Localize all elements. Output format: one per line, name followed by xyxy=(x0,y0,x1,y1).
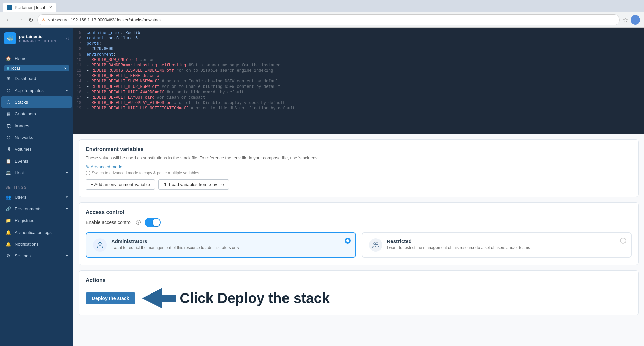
settings-icon: ⚙ xyxy=(5,253,11,259)
restricted-card-desc: I want to restrict the management of thi… xyxy=(387,245,530,250)
notifications-icon: 🔔 xyxy=(5,241,11,247)
host-chevron: ▾ xyxy=(66,171,68,175)
switch-hint: i Switch to advanced mode to copy & past… xyxy=(86,171,632,175)
environments-chevron: ▾ xyxy=(66,207,68,211)
sidebar-item-volumes[interactable]: 🗄 Volumes xyxy=(1,143,72,155)
actions-title: Actions xyxy=(86,277,632,283)
refresh-btn[interactable]: ↻ xyxy=(27,15,35,25)
sidebar-collapse-btn[interactable]: ‹‹ xyxy=(66,35,69,41)
sidebar-item-dashboard-label: Dashboard xyxy=(15,76,36,81)
tab-close-btn[interactable]: ✕ xyxy=(49,5,52,10)
code-line-7: 7 ports: xyxy=(73,41,644,46)
browser-chrome: Portainer | local ✕ ← → ↻ ⚠ Not secure 1… xyxy=(0,0,644,28)
upload-icon: ⬆ xyxy=(163,182,167,187)
sidebar-item-host[interactable]: 💻 Host ▾ xyxy=(1,167,72,178)
env-actions-row: + Add an environment variable ⬆ Load var… xyxy=(86,179,632,190)
code-line-8: 8 - 2929:8000 xyxy=(73,46,644,52)
restricted-card[interactable]: Restricted I want to restrict the manage… xyxy=(362,232,632,258)
app-templates-icon: ⬡ xyxy=(5,87,11,93)
code-line-19: 19 - REDLIB_DEFAULT_HIDE_HLS_NOTIFICATIO… xyxy=(73,106,644,111)
sidebar-item-app-templates-label: App Templates xyxy=(15,88,44,93)
advanced-mode-label: Advanced mode xyxy=(91,164,122,169)
admin-card-desc: I want to restrict the management of thi… xyxy=(111,245,239,250)
sidebar-item-stacks[interactable]: ⬡ Stacks xyxy=(1,96,72,108)
content-inner: 5 container_name: Redlib 6 restart: on-f… xyxy=(73,28,644,315)
annotation-text: Click Deploy the stack xyxy=(180,290,330,306)
sidebar-item-volumes-label: Volumes xyxy=(15,147,32,152)
admin-card-radio[interactable] xyxy=(345,238,351,244)
env-close-btn[interactable]: ✕ xyxy=(64,67,67,70)
advanced-mode-link[interactable]: ✎ Advanced mode xyxy=(86,164,632,169)
toggle-knob xyxy=(153,219,160,226)
sidebar-item-users[interactable]: 👥 Users ▾ xyxy=(1,191,72,203)
sidebar-item-images-label: Images xyxy=(15,123,29,128)
sidebar-item-images[interactable]: 🖼 Images xyxy=(1,120,72,131)
code-line-17: 17 - REDLIB_DEFAULT_LAYOUT=card #or clea… xyxy=(73,95,644,100)
registries-icon: 📁 xyxy=(5,217,11,223)
code-line-15: 15 - REDLIB_DEFAULT_BLUR_NSFW=off #or on… xyxy=(73,84,644,90)
code-line-10: 10 - REDLIB_SFW_ONLY=off #or on xyxy=(73,57,644,63)
toggle-info-icon: ? xyxy=(136,220,141,225)
sidebar-item-settings-label: Settings xyxy=(15,253,31,258)
active-tab[interactable]: Portainer | local ✕ xyxy=(3,3,56,12)
env-name-label: local xyxy=(11,66,20,71)
security-icon: ⚠ xyxy=(42,18,45,22)
sidebar-item-events[interactable]: 📋 Events xyxy=(1,155,72,167)
code-line-16: 16 - REDLIB_DEFAULT_HIDE_AWARDS=off #or … xyxy=(73,90,644,95)
env-section-desc: These values will be used as substitutio… xyxy=(86,155,632,160)
access-control-section: Access control Enable access control ? xyxy=(79,202,639,265)
users-icon: 👥 xyxy=(5,194,11,200)
images-icon: 🖼 xyxy=(5,123,11,129)
sidebar-item-environments-label: Environments xyxy=(15,206,41,211)
env-variables-section: Environment variables These values will … xyxy=(79,139,639,197)
sidebar-item-dashboard[interactable]: ⊞ Dashboard xyxy=(1,73,72,84)
content-scroll[interactable]: 5 container_name: Redlib 6 restart: on-f… xyxy=(73,28,644,346)
env-badge[interactable]: local ✕ xyxy=(4,65,69,71)
address-bar[interactable]: ⚠ Not secure 192.168.1.18:9000/#/2/docke… xyxy=(37,14,620,25)
app-layout: 🐳 portainer.io COMMUNITY EDITION ‹‹ 🏠 Ho… xyxy=(0,28,644,346)
admin-card-icon xyxy=(93,238,107,252)
restricted-card-radio[interactable] xyxy=(620,238,626,244)
load-env-file-label: Load variables from .env file xyxy=(169,182,224,187)
sidebar-item-users-label: Users xyxy=(15,195,26,200)
favicon xyxy=(7,5,12,10)
sidebar-item-app-templates[interactable]: ⬡ App Templates ▾ xyxy=(1,84,72,96)
deploy-area: Deploy the stack Click Deploy the stack xyxy=(86,288,632,308)
sidebar-item-registries[interactable]: 📁 Registries xyxy=(1,215,72,226)
svg-point-0 xyxy=(99,242,101,245)
svg-point-2 xyxy=(374,243,376,245)
code-line-6: 6 restart: on-failure:5 xyxy=(73,36,644,41)
left-arrow xyxy=(142,288,176,308)
toggle-label: Enable access control xyxy=(86,220,132,225)
sidebar-item-notifications-label: Notifications xyxy=(15,242,39,247)
administrators-card[interactable]: Administrators I want to restrict the ma… xyxy=(86,232,356,258)
sidebar-item-networks[interactable]: ⬡ Networks xyxy=(1,132,72,143)
sidebar-item-notifications[interactable]: 🔔 Notifications xyxy=(1,238,72,250)
host-icon: 💻 xyxy=(5,170,11,176)
back-btn[interactable]: ← xyxy=(4,15,13,25)
sidebar-item-settings[interactable]: ⚙ Settings ▾ xyxy=(1,250,72,262)
bookmark-btn[interactable]: ☆ xyxy=(622,16,628,24)
load-env-file-btn[interactable]: ⬆ Load variables from .env file xyxy=(158,179,229,190)
add-env-var-btn[interactable]: + Add an environment variable xyxy=(86,179,155,190)
actions-section: Actions Deploy the stack C xyxy=(79,270,639,315)
app-templates-chevron: ▾ xyxy=(66,88,68,93)
env-status-dot xyxy=(7,67,9,70)
sidebar-item-home[interactable]: 🏠 Home xyxy=(1,53,72,64)
access-cards: Administrators I want to restrict the ma… xyxy=(86,232,632,258)
profile-btn[interactable] xyxy=(631,15,640,25)
forward-btn[interactable]: → xyxy=(15,15,24,25)
code-editor[interactable]: 5 container_name: Redlib 6 restart: on-f… xyxy=(73,28,644,134)
sidebar-item-stacks-label: Stacks xyxy=(15,100,28,105)
sidebar-logo-text: portainer.io COMMUNITY EDITION xyxy=(19,34,56,43)
sidebar-header: 🐳 portainer.io COMMUNITY EDITION ‹‹ xyxy=(0,28,73,49)
sidebar-item-containers[interactable]: ▦ Containers xyxy=(1,108,72,119)
deploy-stack-btn[interactable]: Deploy the stack xyxy=(86,292,135,304)
access-control-toggle[interactable] xyxy=(145,218,161,227)
main-content: 5 container_name: Redlib 6 restart: on-f… xyxy=(73,28,644,346)
env-section-title: Environment variables xyxy=(86,146,632,152)
sidebar-item-auth-logs[interactable]: 🔔 Authentication logs xyxy=(1,227,72,238)
admin-card-title: Administrators xyxy=(111,238,239,244)
home-icon: 🏠 xyxy=(5,55,11,61)
sidebar-item-environments[interactable]: 🔗 Environments ▾ xyxy=(1,203,72,214)
